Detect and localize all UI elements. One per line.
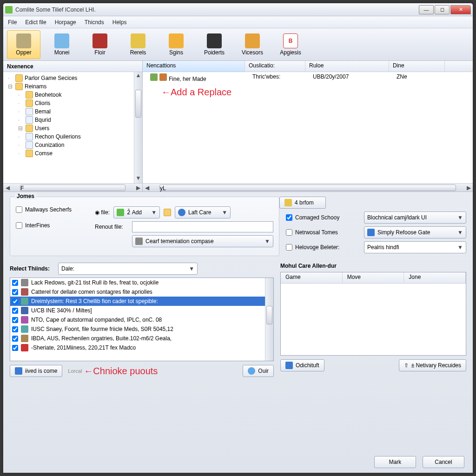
toolbtn-floir[interactable]: Floir bbox=[83, 30, 117, 59]
renout-input[interactable] bbox=[132, 221, 273, 232]
grid-col[interactable]: Jone bbox=[404, 272, 466, 283]
list-item[interactable]: Dreimlystern: Rest 3 Chellib fion cader … bbox=[10, 297, 273, 306]
list-col[interactable]: Ruloe bbox=[305, 61, 389, 72]
list-cell: ZNe bbox=[393, 73, 449, 82]
tree-node[interactable]: ·Beohetook bbox=[4, 91, 133, 99]
dale-combo[interactable]: Dale:▼ bbox=[58, 263, 198, 275]
menu-file[interactable]: File bbox=[8, 19, 17, 26]
list-item[interactable]: Lack Redows, git-21 tist Rull ib fes, fr… bbox=[10, 278, 273, 287]
tree-node[interactable]: ·Parlor Game Secices bbox=[4, 74, 133, 82]
tree-node[interactable]: ·Rechon Quilerions bbox=[4, 132, 133, 141]
menu-edit[interactable]: Edict file bbox=[25, 19, 46, 26]
menu-horpage[interactable]: Horpage bbox=[55, 19, 76, 26]
list-item[interactable]: NTO, Cape of autstormal companded, IPLC,… bbox=[10, 315, 273, 324]
list-item-label: NTO, Cape of autstormal companded, IPLC,… bbox=[31, 317, 162, 323]
combo-simply[interactable]: Simply Refoose Gate▼ bbox=[364, 226, 466, 238]
ouir-button[interactable]: Ouir bbox=[243, 365, 274, 377]
wrench-icon bbox=[285, 362, 293, 369]
list-item-check[interactable] bbox=[12, 317, 18, 323]
tree-node[interactable]: ⊟Reinams bbox=[4, 82, 133, 91]
tree-node-label: Rechon Quilerions bbox=[35, 133, 81, 140]
right-options: 4 brfom Comaged Schooy Blochnical camj/l… bbox=[286, 197, 466, 256]
chk-helovoge[interactable]: Helovoge Beleter: bbox=[286, 244, 360, 251]
toolbtn-monei[interactable]: Monei bbox=[45, 30, 79, 59]
maximize-button[interactable]: ◻ bbox=[435, 5, 450, 14]
relect-vscroll[interactable] bbox=[265, 278, 273, 361]
list-item-check[interactable] bbox=[12, 345, 18, 351]
toolbtn-sgins[interactable]: Sgins bbox=[159, 30, 193, 59]
tree-node[interactable]: ·Bemal bbox=[4, 107, 133, 116]
list-col[interactable]: Nencattions bbox=[143, 61, 245, 72]
toolbtn-apgiesis[interactable]: BApgiesis bbox=[274, 30, 307, 59]
list-item-check[interactable] bbox=[12, 298, 18, 304]
mohul-grid[interactable]: GameMoveJone bbox=[280, 272, 466, 356]
grid-col[interactable]: Move bbox=[343, 272, 404, 283]
tree-node[interactable]: ·Clioris bbox=[4, 99, 133, 107]
tree-node[interactable]: ·Bqurid bbox=[4, 116, 133, 124]
laft-combo[interactable]: Laft Care▼ bbox=[175, 206, 231, 218]
titlebar: Comlite Some Tilief IConcel LHI. — ◻ ✕ bbox=[3, 3, 473, 16]
cear-combo[interactable]: Cearf temeniation compase▼ bbox=[132, 235, 273, 247]
list-item-check[interactable] bbox=[12, 326, 18, 332]
grid-col[interactable]: Game bbox=[281, 272, 343, 283]
tree-vscroll[interactable]: ▲▼ bbox=[134, 72, 142, 183]
tree[interactable]: ·Parlor Game Secices⊟Reinams·Beohetook·C… bbox=[3, 72, 134, 183]
list-col[interactable]: Ouslicatio: bbox=[245, 61, 305, 72]
list-item-check[interactable] bbox=[12, 280, 18, 286]
tree-node[interactable]: ·Comse bbox=[4, 149, 133, 158]
mark-button[interactable]: Mark bbox=[374, 456, 416, 468]
relect-listbox[interactable]: Lack Redows, git-21 tist Rull ib fes, fr… bbox=[10, 278, 274, 361]
list-row[interactable]: Fine, her MadeThric'wbes:UBB/20y/2007ZNe bbox=[143, 72, 473, 84]
toolbtn-rerels[interactable]: Rerels bbox=[121, 30, 155, 59]
tree-hscroll[interactable]: ◀F▶ bbox=[3, 183, 142, 192]
list-item[interactable]: IUSC Snaey, Foont, file fourme friicle M… bbox=[10, 324, 273, 334]
chk-mallways[interactable]: Mallways Secherfs bbox=[16, 206, 86, 213]
list-item-icon bbox=[21, 288, 28, 296]
list-item-check[interactable] bbox=[12, 336, 18, 342]
chk-comaged-label: Comaged Schooy bbox=[295, 214, 339, 221]
menu-thicnds[interactable]: Thicnds bbox=[85, 19, 104, 26]
collapse-icon[interactable]: ⊟ bbox=[8, 83, 13, 90]
combo-pealris[interactable]: Pealris hindfi▼ bbox=[364, 241, 466, 253]
cancel-button[interactable]: Cancel bbox=[423, 456, 464, 468]
toolbtn-icon bbox=[131, 33, 145, 48]
chk-netrwosal[interactable]: Netrwosal Tomes bbox=[286, 229, 360, 236]
list-hscroll[interactable]: ◀yL▶ bbox=[143, 183, 473, 192]
list-item[interactable]: Catterel for dellate comen sontagres fit… bbox=[10, 287, 273, 297]
chk-comaged[interactable]: Comaged Schooy bbox=[286, 214, 360, 221]
odichituft-button[interactable]: Odichituft bbox=[280, 359, 324, 371]
folder-icon bbox=[15, 83, 23, 90]
list-item-icon bbox=[21, 279, 28, 286]
list-item-check[interactable] bbox=[12, 289, 18, 295]
tree-node[interactable]: ⊟Users bbox=[4, 124, 133, 132]
chk-interfines[interactable]: InterFines bbox=[16, 222, 86, 229]
minimize-button[interactable]: — bbox=[419, 5, 434, 14]
collapse-icon[interactable]: ⊟ bbox=[18, 125, 24, 132]
tree-pane: Nxenence ·Parlor Game Secices⊟Reinams·Be… bbox=[3, 61, 143, 192]
bifom-button[interactable]: 4 brfom bbox=[279, 197, 326, 209]
close-button[interactable]: ✕ bbox=[450, 5, 471, 14]
toolbtn-vicesors[interactable]: Vicesors bbox=[236, 30, 269, 59]
list-item[interactable]: -Sheriate, 201Miiness, 220,21T fex Madco bbox=[10, 343, 273, 352]
iived-button[interactable]: iived is come bbox=[10, 365, 62, 377]
list-item-check[interactable] bbox=[12, 308, 18, 314]
iived-label: iived is come bbox=[25, 368, 57, 374]
list-item-icon bbox=[21, 335, 28, 342]
add-combo[interactable]: 2̌ Add▼ bbox=[113, 206, 160, 218]
list-col[interactable]: Dine bbox=[389, 61, 445, 72]
list-pane: NencattionsOuslicatio:RuloeDine Fine, he… bbox=[143, 61, 473, 192]
list-item[interactable]: IBDA, AUS, Rechenilen orgatries, Buite.1… bbox=[10, 334, 273, 343]
list-item-label: Catterel for dellate comen sontagres fit… bbox=[31, 289, 152, 295]
menu-helps[interactable]: Helps bbox=[112, 19, 127, 26]
renout-label: Renout file: bbox=[95, 224, 128, 230]
toolbtn-opper[interactable]: Opper bbox=[7, 30, 40, 59]
netivary-button[interactable]: ⇧± Netivary Recuides bbox=[399, 359, 466, 371]
jomes-legend: Jomes bbox=[15, 193, 36, 199]
combo-blochnical[interactable]: Blochnical camj/ldark UI▼ bbox=[364, 212, 466, 224]
tree-dot-icon: · bbox=[18, 142, 24, 148]
list-item[interactable]: U/CB INE 340% / Miltes] bbox=[10, 306, 273, 315]
add-combo-label: 2̌ Add bbox=[127, 209, 142, 216]
folder-icon[interactable] bbox=[164, 209, 171, 216]
toolbtn-poiderts[interactable]: Poiderts bbox=[198, 30, 231, 59]
tree-node[interactable]: ·Counization bbox=[4, 141, 133, 149]
